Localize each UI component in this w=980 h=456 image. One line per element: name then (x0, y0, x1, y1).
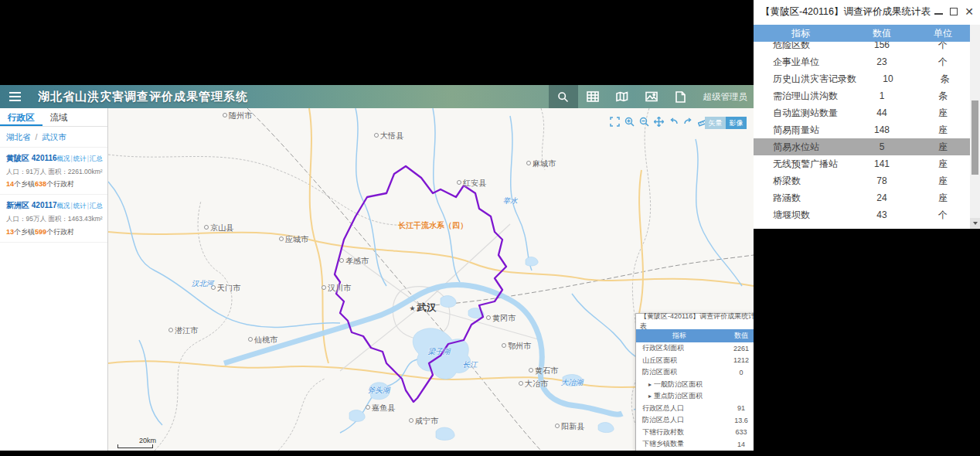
scrollbar[interactable] (970, 25, 980, 229)
stats-header-row: 指标 数值 单位 (754, 25, 970, 42)
basemap-vector-button[interactable]: 矢量 (705, 117, 726, 129)
table-cell: 个 (916, 209, 970, 222)
table-row[interactable]: 上报行政村数553个 (636, 451, 754, 451)
table-cell: 座 (916, 192, 970, 205)
table-cell: 44 (848, 107, 916, 118)
stats-rows: 危险区数156个企事业单位23个历史山洪灾害记录数10条需治理山洪沟数1条自动监… (754, 42, 970, 229)
table-cell: 座 (916, 124, 970, 137)
search-icon[interactable] (549, 85, 578, 108)
summary-link[interactable]: 汇总 (90, 155, 103, 162)
statistics-link[interactable]: 统计 (73, 202, 87, 209)
tab-watershed[interactable]: 流域 (43, 108, 76, 126)
table-row[interactable]: 山丘区面积1212km² (636, 355, 754, 367)
district-links: 概况|统计|汇总 (57, 202, 103, 211)
table-row[interactable]: 无线预警广播站141座 (754, 155, 970, 172)
table-cell: 个 (916, 42, 970, 52)
district-info: 人口：95万人 面积：1463.43km² (6, 215, 103, 223)
statistics-link[interactable]: 统计 (73, 155, 87, 162)
current-user[interactable]: 超级管理员 (703, 91, 748, 103)
table-cell: 条 (920, 73, 970, 86)
previous-extent-icon[interactable] (668, 116, 679, 127)
column-indicator: 指标 (636, 331, 723, 341)
table-row[interactable]: 路涵数24座 (754, 189, 970, 206)
next-extent-icon[interactable] (682, 116, 693, 127)
table-icon[interactable] (578, 85, 607, 108)
breadcrumb-root[interactable]: 湖北省 (6, 132, 31, 141)
table-cell: 行政区划面积 (636, 343, 723, 353)
table-row[interactable]: 自动监测站数量44座 (754, 104, 970, 121)
app-header: 湖北省山洪灾害调查评价成果管理系统 超级管理员 (0, 85, 754, 108)
pan-icon[interactable] (653, 116, 664, 127)
table-row[interactable]: 简易水位站5座 (754, 138, 970, 155)
table-cell: 重点防治区面积 (636, 391, 723, 401)
table-row[interactable]: 防治区总人口13.6万人 (636, 414, 754, 427)
table-row[interactable]: 一般防治区面积km² (636, 379, 754, 391)
table-cell: 企事业单位 (754, 56, 848, 69)
table-row[interactable]: 塘堰坝数43个 (754, 206, 970, 223)
district-towns: 14个乡镇638个行政村 (6, 179, 103, 189)
float-panel-title: 【黄陂区-420116】调查评价成果统计表 (640, 311, 754, 332)
minimize-icon[interactable] (934, 13, 943, 15)
zoom-in-icon[interactable] (624, 116, 635, 127)
table-row[interactable]: 行政区总人口91万人 (636, 403, 754, 415)
table-cell: 10 (856, 73, 920, 84)
table-row[interactable]: 行政区划面积2261km² (636, 342, 754, 355)
table-cell: 43 (848, 209, 916, 220)
table-cell: 自动监测站数量 (754, 107, 848, 120)
district-name[interactable]: 黄陂区 420116 (6, 153, 57, 164)
zoom-out-icon[interactable] (638, 116, 649, 127)
district-item-huangpi[interactable]: 黄陂区 420116 概况|统计|汇总 人口：91万人 面积：2261.00km… (0, 148, 107, 195)
float-stats-panel[interactable]: 【黄陂区-420116】调查评价成果统计表 ✕ 指标 数值 单位 行政区划面积2… (635, 313, 754, 451)
table-cell: 91 (723, 404, 754, 412)
table-row[interactable]: 危险区数156个 (754, 42, 970, 53)
close-icon[interactable]: ✕ (965, 7, 974, 16)
float-panel-titlebar: 【黄陂区-420116】调查评价成果统计表 ✕ (636, 314, 754, 329)
table-row[interactable]: 历史山洪灾害记录数10条 (754, 70, 970, 87)
scale-label: 20km (139, 437, 156, 444)
scrollbar-thumb[interactable] (971, 100, 978, 175)
table-cell: 5 (848, 141, 916, 152)
overview-link[interactable]: 概况 (57, 155, 70, 162)
scale-bar: 20km (117, 437, 156, 448)
table-row[interactable]: 企事业单位23个 (754, 53, 970, 70)
full-extent-icon[interactable] (609, 116, 620, 127)
table-row[interactable]: 重点防治区面积km² (636, 390, 754, 403)
table-row[interactable]: 桥梁数78座 (754, 172, 970, 189)
table-cell: 一般防治区面积 (636, 379, 723, 390)
sidebar: 行政区 流域 湖北省 / 武汉市 黄陂区 420116 概况|统计|汇总 人口：… (0, 108, 108, 451)
breadcrumb: 湖北省 / 武汉市 (0, 127, 107, 148)
table-row[interactable]: 防治区面积0km² (636, 366, 754, 379)
table-cell: 个 (916, 56, 970, 69)
table-row[interactable]: 下辖行政村数633个 (636, 427, 754, 439)
menu-icon[interactable] (9, 92, 21, 101)
overview-link[interactable]: 概况 (57, 202, 70, 209)
table-cell: 行政区总人口 (636, 403, 723, 413)
district-links: 概况|统计|汇总 (57, 155, 103, 164)
map-canvas[interactable]: 随州市大悟县红安县麻城市京山县应城市孝感市汉川市天门市潜江市仙桃市武汉黄冈市鄂州… (108, 108, 754, 451)
basemap-toggle: 矢量 影像 (705, 117, 747, 129)
column-unit: 单位 (916, 27, 970, 40)
table-row[interactable]: 下辖乡镇数量14个 (636, 438, 754, 451)
table-cell: 简易水位站 (754, 141, 848, 154)
document-icon[interactable] (666, 85, 696, 108)
table-row[interactable]: 简易雨量站148座 (754, 121, 970, 138)
stats-window[interactable]: 【黄陂区-420116】调查评价成果统计表 ✕ 指标 数值 单位 危险区数156… (754, 0, 980, 229)
breadcrumb-current[interactable]: 武汉市 (42, 132, 66, 141)
table-cell: 2261 (723, 345, 754, 352)
table-cell: 633 (723, 428, 754, 436)
map-icon[interactable] (607, 85, 637, 108)
basemap-imagery-button[interactable]: 影像 (726, 117, 747, 129)
table-cell: 78 (848, 175, 916, 186)
district-name[interactable]: 新洲区 420117 (6, 200, 57, 211)
table-cell: 需治理山洪沟数 (754, 90, 848, 103)
table-cell: 1212 (723, 356, 754, 364)
image-icon[interactable] (637, 85, 666, 108)
table-cell: 座 (916, 107, 970, 120)
scrollbar-down-button[interactable] (970, 218, 980, 229)
summary-link[interactable]: 汇总 (90, 202, 103, 209)
table-row[interactable]: 需治理山洪沟数1条 (754, 87, 970, 104)
district-item-xinzhou[interactable]: 新洲区 420117 概况|统计|汇总 人口：95万人 面积：1463.43km… (0, 195, 107, 242)
tab-administrative-region[interactable]: 行政区 (0, 108, 43, 126)
table-cell: 座 (916, 158, 970, 171)
maximize-icon[interactable] (950, 8, 958, 15)
